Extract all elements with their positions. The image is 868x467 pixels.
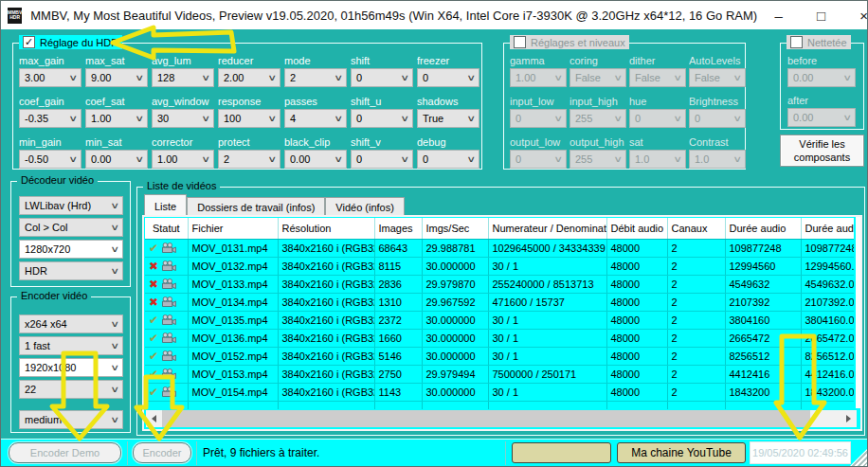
combobox-value: 100 [224, 113, 241, 124]
column-header[interactable]: Résolution [278, 218, 374, 239]
field-label: max_sat [85, 55, 148, 68]
column-header[interactable]: Durée audio F [801, 218, 854, 239]
tab[interactable]: Liste [144, 194, 187, 217]
levels-field: input_low 0 ∨ [510, 96, 567, 128]
maximize-button[interactable]: □ [800, 1, 842, 29]
cell-duree-audio: 3804160 [725, 311, 801, 329]
verify-components-button[interactable]: Vérifie les composants [780, 135, 864, 167]
field-combobox[interactable]: -0.50 ∨ [19, 150, 81, 169]
field-combobox[interactable]: 2 ∨ [284, 68, 347, 87]
decoder-combobox[interactable]: LWLibav (Hrd) ∨ [19, 196, 123, 215]
video-table: Statut Fichier Résolution Images Imgs/Se… [145, 218, 854, 409]
table-row[interactable]: ✔ MOV_0152.mp4 3840x2160 i (RGB32) 5146 … [145, 347, 854, 365]
encoder-combobox[interactable]: medium ∨ [19, 410, 123, 429]
field-combobox[interactable]: 0 ∨ [417, 68, 479, 87]
field-combobox[interactable]: -0.35 ∨ [19, 109, 81, 128]
field-combobox[interactable]: 9.00 ∨ [85, 68, 148, 87]
chevron-down-icon: ∨ [69, 114, 79, 123]
encoder-combobox[interactable]: x264 x64 ∨ [19, 314, 123, 333]
field-combobox[interactable]: 4 ∨ [284, 109, 347, 128]
encoder-combobox[interactable]: 1 fast ∨ [19, 336, 123, 355]
field-label: shadows [417, 96, 479, 109]
cell-fichier: MOV_0131.mp4 [188, 239, 278, 257]
checkmark-icon: ✓ [25, 36, 33, 47]
scroll-right-button[interactable] [841, 410, 857, 427]
minimize-button[interactable]: – [757, 1, 800, 29]
decoder-panel-title: Décodeur vidéo [21, 174, 94, 186]
youtube-channel-button[interactable]: Ma chaine YouTube [617, 442, 746, 463]
table-row[interactable]: ✔ MOV_0131.mp4 3840x2160 i (RGB32) 68643… [145, 239, 854, 257]
cell-duree-audio-f: 2665472.00000 [801, 329, 854, 347]
field-label: shift [351, 55, 413, 68]
field-combobox[interactable]: True ∨ [417, 109, 479, 128]
decoder-combobox[interactable]: 1280x720 ∨ [19, 240, 123, 259]
cell-statut: ✔ [145, 365, 188, 383]
resize-grip-icon[interactable] [850, 449, 867, 466]
field-combobox[interactable]: 1.00 ∨ [85, 109, 148, 128]
field-combobox[interactable]: 0 ∨ [417, 150, 479, 169]
cell-debit-audio: 48000 [606, 293, 667, 311]
field-combobox[interactable]: 1.00 ∨ [152, 150, 214, 169]
column-header[interactable]: Durée audio [725, 218, 801, 239]
table-row[interactable]: ✖ MOV_0134.mp4 3840x2160 i (RGB32) 1310 … [145, 293, 854, 311]
hdr-field: max_gain 3.00 ∨ [19, 55, 81, 87]
column-header[interactable]: Numerateur / Denominateur [488, 218, 606, 239]
camera-icon [162, 296, 176, 307]
field-combobox[interactable]: 2 ∨ [218, 150, 280, 169]
encoder-button[interactable]: Encoder [133, 442, 191, 463]
field-combobox[interactable]: 0.00 ∨ [284, 150, 347, 169]
field-combobox[interactable]: 30 ∨ [152, 109, 214, 128]
tab[interactable]: Dossiers de travail (infos) [187, 197, 325, 217]
cell-duree-audio: 109877248 [725, 239, 801, 257]
column-header[interactable]: Débit audio [606, 218, 667, 239]
decoder-combobox[interactable]: Col > Col ∨ [19, 218, 123, 237]
chevron-down-icon: ∨ [268, 73, 278, 82]
table-row[interactable]: ✔ MOV_0135.mp4 3840x2160 i (RGB32) 2372 … [145, 311, 854, 329]
field-combobox[interactable]: 3.00 ∨ [19, 68, 81, 87]
field-combobox[interactable]: 0 ∨ [351, 68, 413, 87]
cell-statut: ✖ [145, 257, 188, 275]
table-row[interactable]: ✖ MOV_0132.mp4 3840x2160 i (RGB32) 8115 … [145, 257, 854, 275]
field-combobox: 0.00 ∨ [787, 108, 856, 127]
field-combobox[interactable]: 2.00 ∨ [218, 68, 280, 87]
combobox-value: 2 [290, 72, 296, 83]
horizontal-scrollbar[interactable] [146, 410, 857, 427]
decoder-combobox[interactable]: HDR ∨ [19, 261, 123, 280]
levels-checkbox[interactable] [514, 36, 526, 48]
column-header[interactable]: Fichier [188, 218, 278, 239]
encoder-demo-button[interactable]: Encoder Demo [9, 442, 121, 463]
encoder-combobox[interactable]: 1920x1080 ∨ [19, 358, 123, 377]
cell-resolution: 3840x2160 i (RGB32) [278, 347, 374, 365]
tab[interactable]: Vidéo (infos) [325, 197, 405, 217]
chevron-down-icon: ∨ [467, 114, 477, 123]
scroll-left-button[interactable] [146, 410, 162, 427]
combobox-value: 0 [356, 72, 362, 83]
table-row[interactable]: ✔ MOV_0136.mp4 3840x2160 i (RGB32) 1660 … [145, 329, 854, 347]
scrollbar-thumb[interactable] [162, 410, 810, 427]
encoder-combobox[interactable]: 22 ∨ [19, 380, 123, 399]
column-header[interactable]: Statut [145, 218, 188, 239]
hdr-checkbox[interactable]: ✓ [23, 36, 35, 48]
close-button[interactable]: × [842, 1, 868, 29]
column-header[interactable]: Images [374, 218, 422, 239]
combobox-value: medium [25, 414, 62, 425]
cell-images: 68643 [374, 239, 422, 257]
field-combobox[interactable]: 0 ∨ [351, 150, 413, 169]
status-icon: ✔ [149, 368, 158, 381]
table-row[interactable]: ✖ MOV_0133.mp4 3840x2160 i (RGB32) 2836 … [145, 275, 854, 293]
field-combobox[interactable]: 0.00 ∨ [85, 150, 148, 169]
column-header[interactable]: Canaux [667, 218, 725, 239]
field-combobox[interactable]: 128 ∨ [152, 68, 214, 87]
blank-button[interactable] [512, 442, 611, 463]
cell-canaux: 2 [667, 239, 725, 257]
field-combobox[interactable]: 100 ∨ [218, 109, 280, 128]
cell-resolution: 3840x2160 i (RGB32) [278, 239, 374, 257]
table-row[interactable]: ✔ MOV_0153.mp4 3840x2160 i (RGB32) 2750 … [145, 365, 854, 383]
chevron-down-icon: ∨ [674, 154, 683, 164]
sharpen-checkbox[interactable] [790, 36, 803, 48]
camera-icon [162, 386, 176, 397]
table-row[interactable]: ✔ MOV_0154.mp4 3840x2160 i (RGB32) 1143 … [145, 383, 854, 401]
chevron-down-icon: ∨ [733, 154, 743, 164]
column-header[interactable]: Imgs/Sec [422, 218, 488, 239]
field-combobox[interactable]: 0 ∨ [351, 109, 413, 128]
